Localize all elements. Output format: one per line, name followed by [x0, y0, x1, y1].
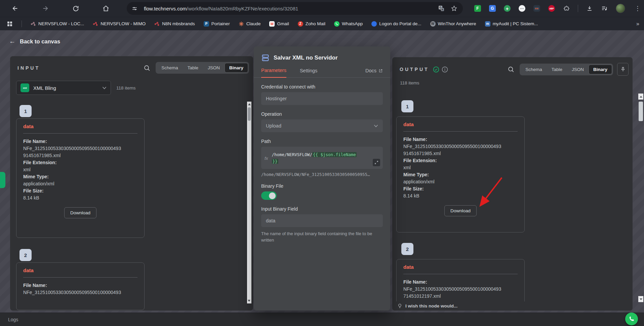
- profile-avatar[interactable]: [616, 4, 625, 13]
- extension-f-icon[interactable]: F: [474, 5, 481, 12]
- tab-json[interactable]: JSON: [203, 63, 225, 73]
- input-panel-title: INPUT: [17, 65, 40, 71]
- bling-icon: xml: [21, 83, 29, 92]
- item-index-badge: 2: [401, 243, 413, 255]
- open-expression-editor-button[interactable]: [373, 159, 380, 166]
- tab-table[interactable]: Table: [183, 63, 203, 73]
- external-link-icon: [378, 69, 383, 73]
- tab-table[interactable]: Table: [547, 65, 567, 74]
- site-info-icon[interactable]: [131, 5, 138, 12]
- back-icon[interactable]: [11, 4, 19, 12]
- binary-file-toggle[interactable]: [261, 191, 277, 200]
- svg-text:A: A: [442, 8, 444, 11]
- node-feedback-link[interactable]: I wish this node would...: [392, 301, 633, 311]
- input-scrollbar[interactable]: [247, 102, 251, 303]
- media-queue-icon[interactable]: [601, 5, 608, 12]
- toggle-knob: [269, 192, 276, 199]
- bookmark-nervsflow-loc[interactable]: NERVSFLOW - LOC...: [31, 21, 84, 27]
- tab-schema[interactable]: Schema: [157, 63, 183, 73]
- info-icon[interactable]: [441, 66, 449, 73]
- three-dot-menu-icon[interactable]: ⋮: [633, 5, 642, 12]
- docs-link[interactable]: Docs: [365, 68, 383, 77]
- window-scroll-up[interactable]: [638, 94, 643, 100]
- tab-json[interactable]: JSON: [567, 65, 589, 74]
- home-icon[interactable]: [102, 4, 110, 12]
- window-scroll-down[interactable]: [638, 296, 643, 302]
- operation-select[interactable]: Upload: [261, 119, 383, 132]
- bookmark-myaudit[interactable]: m myAudit | PC Sistem...: [485, 21, 538, 27]
- window-scrollbar-thumb[interactable]: [639, 102, 643, 121]
- url-bar[interactable]: flow.technervs.com/workflow/NaIa820mRbyK…: [127, 2, 463, 15]
- chevron-down-icon: [102, 86, 107, 89]
- expression-highlight: {{ $json.fileName: [312, 152, 357, 157]
- bookmarks-overflow-chevron[interactable]: »: [636, 21, 639, 27]
- fx-badge: fx: [265, 156, 268, 161]
- whatsapp-float-button[interactable]: [625, 313, 638, 325]
- tab-binary[interactable]: Binary: [589, 65, 612, 74]
- tab-parameters[interactable]: Parameters: [261, 68, 286, 78]
- binary-key: data: [23, 123, 137, 129]
- n8n-nodes-icon: [31, 21, 36, 27]
- input-binary-field-input[interactable]: [261, 214, 383, 227]
- bookmark-claude[interactable]: Claude: [239, 21, 261, 27]
- n8n-nodes-icon: [154, 21, 160, 27]
- bookmark-whatsapp[interactable]: WhatsApp: [334, 21, 363, 27]
- extension-translate-icon[interactable]: G: [489, 5, 496, 12]
- operation-label: Operation: [261, 111, 383, 117]
- browser-toolbar: flow.technervs.com/workflow/NaIa820mRbyK…: [0, 0, 644, 17]
- downloads-icon[interactable]: [586, 5, 593, 12]
- extensions-puzzle-icon[interactable]: [563, 5, 570, 12]
- scrollbar-thumb[interactable]: [248, 107, 251, 121]
- item-index-badge: 2: [19, 249, 32, 261]
- pin-data-button[interactable]: [617, 63, 629, 76]
- output-panel: OUTPUT Schema Table JSON Binary 118 item…: [392, 57, 633, 311]
- gmail-icon: M: [269, 21, 275, 27]
- input-view-tabs: Schema Table JSON Binary: [156, 62, 249, 74]
- dialog-title: Salvar XML no Servidor: [274, 55, 338, 61]
- server-icon: [261, 53, 270, 62]
- success-check-icon: [433, 66, 440, 73]
- logs-bar[interactable]: Logs: [0, 313, 644, 326]
- forward-icon[interactable]: [41, 4, 49, 12]
- bookmark-gmail[interactable]: M Gmail: [269, 21, 289, 27]
- apps-grid-icon[interactable]: [7, 21, 13, 27]
- toolbar-divider: [578, 5, 578, 12]
- binary-file-label: Binary File: [261, 183, 383, 189]
- tab-settings[interactable]: Settings: [300, 68, 317, 77]
- output-view-tabs: Schema Table JSON Binary: [520, 64, 613, 75]
- claude-starburst-icon: [239, 21, 244, 27]
- download-button[interactable]: Download: [64, 207, 96, 218]
- input-source-select[interactable]: xml XML Bling: [16, 81, 111, 95]
- output-panel-title: OUTPUT: [400, 67, 429, 72]
- bookmark-winthor[interactable]: W WinThor Anywhere: [430, 21, 476, 27]
- extension-plus-icon[interactable]: +: [504, 5, 511, 12]
- bookmark-logon-portal[interactable]: Logon do Portal de...: [371, 21, 421, 27]
- extension-robot-icon[interactable]: [533, 5, 540, 12]
- credential-input[interactable]: [261, 92, 383, 105]
- side-edge-tab[interactable]: [0, 172, 5, 188]
- node-settings-dialog: Salvar XML no Servidor Parameters Settin…: [254, 46, 390, 311]
- extension-abp-icon[interactable]: ABP: [548, 5, 555, 12]
- lightbulb-icon: [397, 303, 402, 309]
- extension-dots-icon[interactable]: ⋯: [519, 5, 525, 12]
- search-icon[interactable]: [143, 64, 151, 72]
- input-binary-field-label: Input Binary Field: [261, 206, 383, 212]
- bookmark-n8n-mbsbrands[interactable]: N8N mbsbrands: [154, 21, 195, 27]
- path-expression-field[interactable]: fx /home/NERVSFLOW/{{ $json.fileName }}: [261, 147, 383, 169]
- bookmark-zoho-mail[interactable]: Z Zoho Mail: [298, 21, 325, 27]
- chevron-down-icon: [374, 124, 378, 128]
- scroll-down-arrow[interactable]: [248, 300, 250, 302]
- reload-icon[interactable]: [72, 4, 80, 12]
- bookmark-nervsflow-mimo[interactable]: NERVSFLOW - MIMO: [93, 21, 146, 27]
- translate-icon[interactable]: GA: [438, 5, 445, 12]
- binary-data-card: data File Name:NFe_312510053303050005095…: [16, 118, 145, 238]
- tab-schema[interactable]: Schema: [521, 65, 547, 74]
- bookmark-star-icon[interactable]: [451, 5, 457, 12]
- scroll-up-arrow[interactable]: [248, 103, 251, 105]
- myaudit-icon: m: [485, 21, 490, 27]
- back-to-canvas-button[interactable]: ← Back to canvas: [9, 38, 60, 45]
- url-text[interactable]: flow.technervs.com/workflow/NaIa820mRbyK…: [144, 6, 298, 11]
- tab-binary[interactable]: Binary: [225, 63, 248, 73]
- search-icon[interactable]: [507, 66, 515, 73]
- bookmark-portainer[interactable]: P Portainer: [204, 21, 230, 27]
